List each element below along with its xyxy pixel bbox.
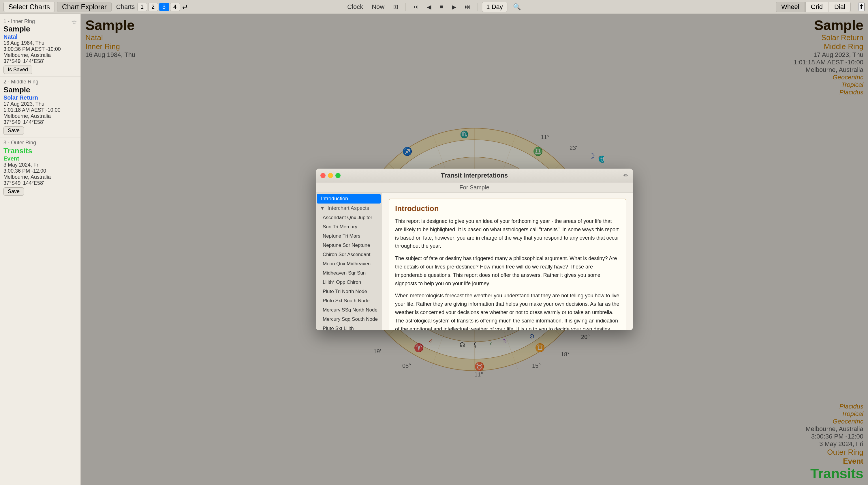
chevron-down-icon: ▼	[320, 205, 325, 211]
content-border-box: Introduction This report is designed to …	[389, 199, 626, 330]
period-button[interactable]: 1 Day	[482, 2, 507, 12]
nav-item-sun-tri-mercury[interactable]: Sun Tri Mercury	[316, 222, 382, 231]
close-button[interactable]	[320, 173, 326, 178]
clock-label: Clock	[347, 3, 363, 11]
chart-tab-1[interactable]: 1	[137, 3, 147, 11]
chart-date-1: 16 Aug 1984, Thu	[3, 40, 77, 46]
select-charts-button[interactable]: Select Charts	[3, 2, 55, 12]
nav-item-pluto-sxt-sn[interactable]: Pluto Sxt South Node	[316, 296, 382, 306]
content-body: This report is designed to give you an i…	[395, 217, 620, 330]
charts-tabs: Charts 1 2 3 4 ⇄	[116, 3, 187, 11]
share-button[interactable]: ⬆	[858, 3, 865, 11]
modal-titlebar: Transit Interpretations ✏	[316, 169, 633, 182]
is-saved-button-1[interactable]: Is Saved	[3, 65, 32, 74]
nav-item-moon-qnx-mc[interactable]: Moon Qnx Midheaven	[316, 259, 382, 268]
search-button[interactable]: 🔍	[510, 2, 524, 11]
chart-time-2: 1:01:18 AM AEST -10:00	[3, 107, 77, 113]
clock-button[interactable]: Clock	[344, 2, 366, 11]
chart-name-1: Sample	[3, 25, 77, 33]
chart-location-1: Melbourne, Australia	[3, 52, 77, 58]
para-3: When meteorologists forecast the weather…	[395, 292, 620, 330]
nav-item-introduction[interactable]: Introduction	[317, 194, 381, 203]
nav-item-chiron-sqr-asc[interactable]: Chiron Sqr Ascendant	[316, 250, 382, 259]
shuffle-icon[interactable]: ⇄	[182, 3, 187, 11]
chart-entry-3: 3 - Outer Ring Transits Event 3 May 2024…	[0, 137, 81, 198]
wheel-view-button[interactable]: Wheel	[776, 2, 805, 12]
view-buttons: Wheel Grid Dial	[776, 2, 851, 12]
save-button-3[interactable]: Save	[3, 188, 24, 196]
nav-prev-prev-button[interactable]: ⏮	[409, 2, 421, 11]
modal-body: Introduction ▼ Interchart Aspects Ascend…	[316, 193, 633, 330]
nav-item-neptune-tri-mars[interactable]: Neptune Tri Mars	[316, 231, 382, 241]
modal-overlay: Transit Interpretations ✏ For Sample Int…	[81, 14, 868, 485]
chart-time-3: 3:00:36 PM -12:00	[3, 168, 77, 174]
chart-type-2: Solar Return	[3, 94, 77, 101]
ring-label-3: 3 - Outer Ring	[3, 140, 77, 146]
nav-item-pluto-tri-nn[interactable]: Pluto Tri North Node	[316, 287, 382, 296]
nav-item-pluto-sxt-lilith[interactable]: Pluto Sxt Lilith	[316, 324, 382, 330]
select-charts-label: Select Charts	[8, 3, 50, 11]
minimize-button[interactable]	[328, 173, 333, 178]
para-2: The subject of fate or destiny has trigg…	[395, 254, 620, 288]
chart-type-3: Event	[3, 155, 77, 162]
nav-stop-button[interactable]: ■	[437, 2, 446, 11]
chart-date-2: 17 Aug 2023, Thu	[3, 101, 77, 107]
chart-coords-3: 37°S49' 144°E58'	[3, 180, 77, 186]
modal-content: Introduction This report is designed to …	[382, 193, 633, 330]
chart-area: Sample Natal Inner Ring 16 Aug 1984, Thu…	[81, 14, 868, 485]
nav-item-lilith-opp-chiron[interactable]: Lilith* Opp Chiron	[316, 278, 382, 287]
chart-explorer-button[interactable]: Chart Explorer	[57, 2, 112, 12]
chart-type-1: Natal	[3, 33, 77, 40]
nav-item-neptune-sqr-neptune[interactable]: Neptune Sqr Neptune	[316, 241, 382, 250]
chart-name-2: Sample	[3, 85, 77, 94]
para-1: This report is designed to give you an i…	[395, 217, 620, 250]
nav-item-asc-qnx-jup[interactable]: Ascendant Qnx Jupiter	[316, 213, 382, 222]
toolbar-center: Clock Now ⊞ ⏮ ◀ ■ ▶ ⏭ 1 Day 🔍	[344, 2, 524, 12]
chart-coords-1: 37°S49' 144°E58'	[3, 58, 77, 64]
modal-edit-button[interactable]: ✏	[623, 172, 628, 179]
modal-nav: Introduction ▼ Interchart Aspects Ascend…	[316, 193, 382, 330]
nav-item-mercury-sqq-sn[interactable]: Mercury Sqq South Node	[316, 315, 382, 324]
nav-next-button[interactable]: ▶	[449, 2, 459, 11]
transit-interpretations-modal: Transit Interpretations ✏ For Sample Int…	[316, 169, 633, 330]
nav-item-mercury-ssq-nn[interactable]: Mercury SSq North Node	[316, 306, 382, 315]
dial-view-button[interactable]: Dial	[829, 2, 851, 12]
traffic-lights	[320, 173, 341, 178]
chart-explorer-label: Chart Explorer	[62, 3, 107, 11]
grid-view-button[interactable]: Grid	[805, 2, 829, 12]
chart-location-2: Melbourne, Australia	[3, 113, 77, 119]
nav-item-mc-sqr-sun[interactable]: Midheaven Sqr Sun	[316, 268, 382, 278]
nav-prev-button[interactable]: ◀	[424, 2, 434, 11]
chart-name-3: Transits	[3, 146, 77, 155]
period-label: 1 Day	[486, 3, 503, 10]
chart-tab-2[interactable]: 2	[148, 3, 158, 11]
now-label: Now	[372, 3, 384, 11]
maximize-button[interactable]	[335, 173, 341, 178]
ring-label-2: 2 - Middle Ring	[3, 79, 77, 85]
content-title: Introduction	[395, 204, 620, 213]
chart-entry-1: 1 - Inner Ring ☆ Sample Natal 16 Aug 198…	[0, 16, 81, 77]
modal-subtitle: For Sample	[316, 182, 633, 193]
modal-title: Transit Interpretations	[441, 172, 508, 179]
separator2	[477, 3, 478, 11]
chart-tab-3[interactable]: 3	[159, 3, 169, 11]
now-button[interactable]: Now	[369, 2, 387, 11]
chart-tab-4[interactable]: 4	[170, 3, 180, 11]
sidebar: 1 - Inner Ring ☆ Sample Natal 16 Aug 198…	[0, 14, 81, 485]
nav-section-interchart[interactable]: ▼ Interchart Aspects	[316, 203, 382, 213]
chart-location-3: Melbourne, Australia	[3, 174, 77, 180]
separator	[405, 3, 405, 11]
charts-label: Charts	[116, 3, 135, 11]
chart-time-1: 3:00:36 PM AEST -10:00	[3, 46, 77, 52]
chart-entry-2: 2 - Middle Ring Sample Solar Return 17 A…	[0, 77, 81, 137]
top-bar: Select Charts Chart Explorer Charts 1 2 …	[0, 0, 868, 14]
chart-coords-2: 37°S49' 144°E58'	[3, 119, 77, 125]
main-layout: 1 - Inner Ring ☆ Sample Natal 16 Aug 198…	[0, 14, 868, 485]
grid-view-icon[interactable]: ⊞	[390, 2, 401, 11]
save-button-2[interactable]: Save	[3, 126, 24, 135]
ring-label-1: 1 - Inner Ring	[3, 19, 35, 24]
nav-next-next-button[interactable]: ⏭	[462, 2, 473, 11]
star-button-1[interactable]: ☆	[71, 19, 77, 26]
chart-date-3: 3 May 2024, Fri	[3, 162, 77, 168]
